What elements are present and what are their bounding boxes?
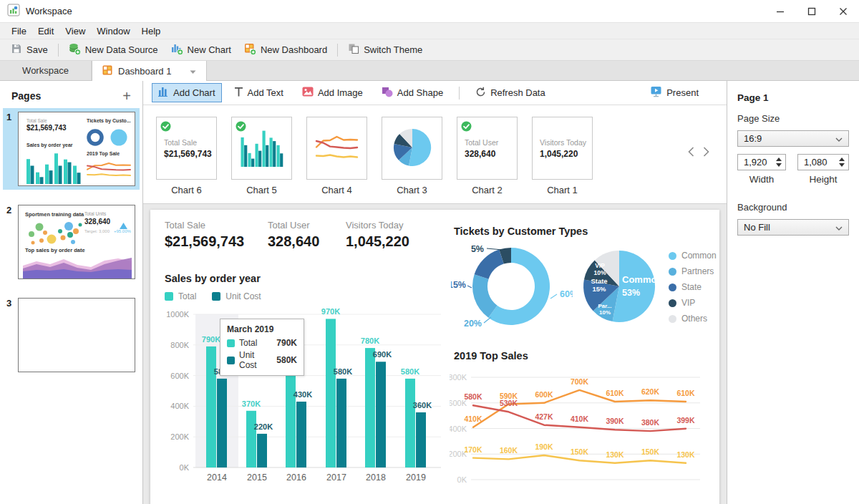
gallery-prev-button[interactable] xyxy=(688,147,694,159)
legend-swatch-partners xyxy=(669,268,676,276)
gallery-next-button[interactable] xyxy=(703,147,709,159)
check-icon xyxy=(160,121,171,134)
svg-text:220K: 220K xyxy=(254,422,273,431)
svg-text:10%: 10% xyxy=(599,309,611,316)
menu-view[interactable]: View xyxy=(59,26,91,37)
gallery-card-chart-4[interactable]: Chart 4 xyxy=(306,117,367,203)
svg-text:400K: 400K xyxy=(450,425,467,433)
svg-text:580K: 580K xyxy=(334,367,352,376)
page-size-select[interactable]: 16:9 xyxy=(737,130,849,147)
menu-edit[interactable]: Edit xyxy=(32,26,59,37)
app-icon xyxy=(7,4,20,19)
menu-file[interactable]: File xyxy=(6,26,32,37)
add-text-button[interactable]: Add Text xyxy=(228,83,290,102)
legend-swatch-unit-cost xyxy=(212,292,220,301)
svg-text:150K: 150K xyxy=(641,447,660,456)
add-chart-icon xyxy=(158,87,169,99)
menu-window[interactable]: Window xyxy=(91,26,135,37)
add-image-button[interactable]: Add Image xyxy=(296,83,369,102)
new-data-source-button[interactable]: New Data Source xyxy=(62,41,165,59)
tab-workspace[interactable]: Workspace xyxy=(0,61,92,80)
background-select[interactable]: No Fill xyxy=(737,219,849,236)
page-2-thumb[interactable]: Sportmen training data Total Units 328,6… xyxy=(18,205,135,279)
svg-text:2016: 2016 xyxy=(286,472,306,483)
refresh-icon xyxy=(475,87,486,100)
theme-squares-icon xyxy=(348,43,359,57)
thumb-bar-chart xyxy=(26,150,82,186)
svg-text:700K: 700K xyxy=(571,377,589,386)
gallery-card-chart-1[interactable]: Visitors Today 1,045,220 Chart 1 xyxy=(532,117,593,203)
page-3-thumb[interactable] xyxy=(18,298,135,372)
gallery-card-chart-3[interactable]: Chart 3 xyxy=(382,117,442,203)
height-stepper[interactable]: 1,080 xyxy=(797,154,849,170)
thumb-line-chart xyxy=(86,158,133,183)
svg-text:427K: 427K xyxy=(535,412,553,421)
svg-text:1000K: 1000K xyxy=(166,310,189,319)
gallery-card-chart-6[interactable]: Total Sale $21,569,743 Chart 6 xyxy=(156,117,217,203)
svg-text:2019: 2019 xyxy=(406,472,426,483)
card-kpi-value: $21,569,743 xyxy=(164,149,216,159)
svg-text:State: State xyxy=(591,277,607,285)
new-dashboard-button[interactable]: New Dashboard xyxy=(238,41,334,59)
add-shape-button[interactable]: Add Shape xyxy=(375,83,450,103)
add-chart-button[interactable]: Add Chart xyxy=(152,83,222,102)
width-stepper[interactable]: 1,920 xyxy=(737,154,786,170)
bar-chart-title: Sales by order year xyxy=(165,273,261,284)
thumb-kpi-label: Total Sale xyxy=(26,118,47,123)
refresh-data-button[interactable]: Refresh Data xyxy=(469,83,552,103)
legend-swatch-common xyxy=(669,252,676,260)
svg-text:170K: 170K xyxy=(464,445,482,454)
top-sales-2019-chart[interactable]: 0K200K400K600K800K410K590K600K700K610K62… xyxy=(450,362,722,503)
svg-text:150K: 150K xyxy=(571,447,589,456)
kpi-visitors-today[interactable]: Visitors Today 1,045,220 xyxy=(346,220,409,250)
svg-text:780K: 780K xyxy=(361,336,379,345)
save-icon xyxy=(11,43,22,57)
svg-text:390K: 390K xyxy=(606,417,624,425)
window-title: Workspace xyxy=(26,6,72,16)
tickets-donut-chart[interactable]: 60%20%15%5% xyxy=(451,242,573,337)
kpi-total-sale[interactable]: Total Sale $21,569,743 xyxy=(165,220,244,250)
tab-dashboard-1[interactable]: Dashboard 1 xyxy=(92,61,207,81)
gallery-card-chart-5[interactable]: Chart 5 xyxy=(231,117,292,203)
kpi-total-user[interactable]: Total User 328,640 xyxy=(268,220,319,250)
svg-text:600K: 600K xyxy=(535,390,553,399)
tickets-pie-chart[interactable]: Common53%Par...10%State15%VIP10% xyxy=(577,242,663,337)
svg-text:410K: 410K xyxy=(464,415,482,423)
svg-text:15%: 15% xyxy=(451,280,466,290)
chevron-down-icon xyxy=(835,133,843,144)
page-1-thumb[interactable]: Total Sale $21,569,743 Tickets by Custo.… xyxy=(18,112,135,186)
tooltip-swatch-total xyxy=(227,339,235,347)
switch-theme-button[interactable]: Switch Theme xyxy=(341,41,429,59)
svg-text:130K: 130K xyxy=(606,450,624,459)
stepper-arrows-icon[interactable] xyxy=(772,158,782,167)
legend-swatch-total xyxy=(165,292,173,301)
new-chart-button[interactable]: New Chart xyxy=(165,41,238,59)
gallery-card-chart-2[interactable]: Total User 328,640 Chart 2 xyxy=(457,117,518,203)
page-thumbnail-3[interactable]: 3 xyxy=(3,294,140,376)
thumb-units-label: Total Units xyxy=(84,211,106,216)
title-bar: Workspace xyxy=(0,0,859,23)
pages-panel: Pages + 1 Total Sale $21,569,743 Tickets… xyxy=(0,81,143,504)
present-button[interactable]: Present xyxy=(644,82,705,103)
add-page-button[interactable]: + xyxy=(122,91,131,101)
svg-text:5%: 5% xyxy=(471,244,484,254)
tab-dropdown-caret[interactable] xyxy=(190,66,196,77)
page-thumbnail-2[interactable]: 2 Sportmen training data Total Units 328… xyxy=(3,201,140,283)
svg-text:399K: 399K xyxy=(676,416,695,425)
inspector-page-title: Page 1 xyxy=(737,92,849,103)
dashboard-page[interactable]: Total Sale $21,569,743 Total User 328,64… xyxy=(150,210,719,504)
legend-swatch-others xyxy=(669,315,676,323)
minimize-button[interactable] xyxy=(765,0,796,22)
page-thumbnail-1[interactable]: 1 Total Sale $21,569,743 Tickets by Cust… xyxy=(3,108,140,190)
maximize-button[interactable] xyxy=(796,0,828,22)
svg-text:620K: 620K xyxy=(641,387,660,396)
close-button[interactable] xyxy=(828,0,859,22)
page-inspector: Page 1 Page Size 16:9 1,920 Width 1,080 … xyxy=(727,81,859,504)
svg-text:380K: 380K xyxy=(641,418,660,427)
save-button[interactable]: Save xyxy=(4,41,54,59)
stepper-arrows-icon[interactable] xyxy=(835,158,845,167)
menu-help[interactable]: Help xyxy=(136,26,167,37)
svg-text:800K: 800K xyxy=(450,373,467,382)
page-number: 2 xyxy=(6,205,15,279)
database-plus-icon xyxy=(69,43,81,57)
